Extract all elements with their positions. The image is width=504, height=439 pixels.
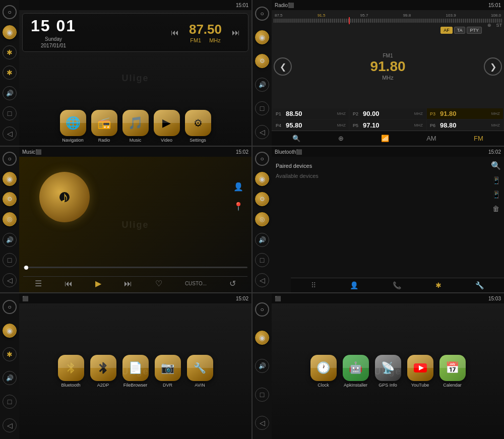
apps2-sq-icon[interactable]: □ (255, 388, 269, 402)
preset-p6[interactable]: P6 98.80 MHZ (427, 120, 503, 131)
panel-radio: Radio ⬛ 15:01 ○ ◉ ⚙ 🔊 □ ◁ 87.5 91.5 95.7… (253, 0, 504, 146)
home-btn[interactable]: ○ (3, 5, 17, 19)
app-bluetooth[interactable]: Bluetooth (58, 355, 84, 388)
badge-af[interactable]: AF (440, 27, 453, 34)
home-date2: 2017/01/01 (31, 43, 76, 48)
bt-vol-icon[interactable]: 🔊 (255, 233, 269, 247)
bt-bt-btn[interactable]: ✱ (435, 281, 442, 289)
music-back-icon[interactable]: ◁ (3, 273, 17, 287)
apps2-home-btn[interactable]: ○ (255, 302, 269, 317)
preset-p5[interactable]: P5 97.10 MHZ (350, 120, 426, 131)
radio-icon: 📻 (91, 110, 117, 136)
radio-cd-btn[interactable]: ⊕ (334, 133, 348, 144)
music-repeat-btn[interactable]: ↺ (229, 279, 236, 288)
bt-grid-btn[interactable]: ⠿ (311, 281, 316, 289)
music-prev-btn[interactable]: ⏮ (65, 279, 73, 288)
bt-icon-btn1[interactable]: ◉ (255, 172, 269, 186)
apps1-sq-icon[interactable]: □ (3, 395, 17, 409)
app-settings[interactable]: ⚙ Settings (185, 110, 211, 143)
home-fm-label: FM1 (190, 37, 201, 43)
app-video[interactable]: ▶ Video (154, 110, 180, 143)
bt-phone-icon1[interactable]: 📱 (492, 176, 500, 184)
app-radio[interactable]: 📻 Radio (91, 110, 117, 143)
bt-phone-btn[interactable]: 📞 (393, 281, 401, 289)
home-back-icon[interactable]: ◁ (3, 127, 17, 141)
bt-phone-icon2[interactable]: 📱 (492, 191, 500, 199)
music-person-icon[interactable]: 👤 (233, 182, 243, 192)
bt-back-icon[interactable]: ◁ (255, 273, 269, 287)
apkinstaller-label: ApkInstaller (344, 383, 367, 388)
app-dvr[interactable]: 📷 DVR (155, 355, 181, 388)
bt-sq-icon[interactable]: □ (255, 253, 269, 267)
home-bt2-icon[interactable]: ✱ (3, 66, 17, 80)
prev-btn[interactable]: ⏮ (171, 28, 179, 37)
home-vol-icon[interactable]: 🔊 (3, 86, 17, 100)
app-gpsinfo[interactable]: 📡 GPS Info (375, 355, 401, 388)
radio-icon-btn[interactable]: ◉ (255, 30, 269, 44)
music-list-btn[interactable]: ☰ (35, 279, 42, 288)
preset-p3[interactable]: P3 91.80 MHZ (427, 108, 503, 119)
music-heart-btn[interactable]: ♡ (155, 279, 162, 288)
music-play-btn[interactable]: ▶ (95, 279, 101, 288)
music-location-icon[interactable]: 📍 (233, 202, 243, 211)
app-music[interactable]: 🎵 Music (122, 110, 149, 143)
radio-signal-btn[interactable]: 📶 (377, 133, 393, 144)
music-sq-icon[interactable]: □ (3, 253, 17, 267)
radio-am-btn[interactable]: AM (422, 133, 440, 144)
radio-vol-icon[interactable]: 🔊 (255, 78, 269, 92)
radio-icon-btn2[interactable]: ⚙ (255, 54, 269, 68)
bt-home-btn[interactable]: ○ (255, 152, 269, 166)
radio-search-btn[interactable]: 🔍 (288, 133, 304, 144)
music-icon-btn2[interactable]: ⚙ (3, 192, 17, 206)
music-next-btn[interactable]: ⏭ (124, 279, 132, 288)
app-filebrowser[interactable]: 📄 FileBrowser (122, 355, 149, 388)
bt-icon-btn3[interactable]: ◎ (255, 212, 269, 226)
apps2-back-icon[interactable]: ◁ (255, 416, 269, 430)
app-youtube[interactable]: YouTube (407, 355, 433, 388)
bt-person-btn[interactable]: 👤 (350, 281, 358, 289)
home-bluetooth-icon[interactable]: ✱ (3, 45, 17, 59)
bt-icon-btn2[interactable]: ⚙ (255, 192, 269, 206)
apps2-icon-btn1[interactable]: ◉ (255, 331, 269, 345)
music-custom-btn[interactable]: CUSTO... (185, 281, 207, 286)
preset-p4[interactable]: P4 95.80 MHZ (273, 120, 349, 131)
panel-apps1: ⬛ 15:02 ○ ◉ ✱ 🔊 □ ◁ Bluetooth (0, 293, 251, 439)
bt-search-icon[interactable]: 🔍 (491, 161, 501, 170)
radio-sq-icon[interactable]: □ (255, 101, 269, 115)
next-btn[interactable]: ⏭ (232, 28, 240, 37)
radio-header-icon: ⬛ (288, 3, 294, 8)
music-home-btn[interactable]: ○ (3, 152, 17, 166)
bt-trash-icon[interactable]: 🗑 (492, 205, 499, 213)
app-clock[interactable]: 🕐 Clock (310, 355, 337, 388)
radio-next-btn[interactable]: ❯ (484, 57, 502, 76)
preset-p2[interactable]: P2 90.00 MHZ (350, 108, 426, 119)
app-calendar[interactable]: 📅 Calendar (439, 355, 466, 388)
bluetooth-app-label: Bluetooth (61, 383, 80, 388)
badge-pty[interactable]: PTY (467, 27, 482, 34)
apps2-vol-icon[interactable]: 🔊 (255, 359, 269, 373)
radio-fm-btn[interactable]: FM (470, 133, 487, 144)
apps1-back-icon[interactable]: ◁ (3, 418, 17, 432)
app-apkinstaller[interactable]: 🤖 ApkInstaller (343, 355, 369, 388)
stereo-icon: ⊕ (487, 23, 491, 28)
music-vol-icon[interactable]: 🔊 (3, 233, 17, 247)
apps1-home-btn[interactable]: ○ (3, 300, 17, 314)
music-icon-btn3[interactable]: ◎ (3, 212, 17, 226)
music-icon-btn1[interactable]: ◉ (3, 172, 17, 186)
preset-p1[interactable]: P1 88.50 MHZ (273, 108, 349, 119)
home-icon1[interactable]: ◉ (3, 25, 17, 39)
app-a2dp[interactable]: A2DP (90, 355, 116, 388)
app-avin[interactable]: 🔧 AVIN (187, 355, 213, 388)
app-navigation[interactable]: 🌐 Navigation (60, 110, 86, 143)
radio-back-icon[interactable]: ◁ (255, 125, 269, 139)
apps1-bt-icon[interactable]: ✱ (3, 347, 17, 361)
badge-ta[interactable]: TA (454, 27, 466, 34)
home-square-icon[interactable]: □ (3, 106, 17, 120)
radio-home-btn[interactable]: ○ (255, 7, 269, 21)
panel-home-time: 15:01 (236, 3, 248, 8)
panel-music: Music ⬛ 15:02 ○ ◉ ⚙ ◎ 🔊 □ ◁ ♪ 👤 📍 (0, 147, 251, 292)
radio-prev-btn[interactable]: ❮ (274, 57, 292, 76)
apps1-vol-icon[interactable]: 🔊 (3, 371, 17, 385)
apps1-icon-btn1[interactable]: ◉ (3, 324, 17, 338)
bt-wrench-btn[interactable]: 🔧 (475, 281, 484, 289)
